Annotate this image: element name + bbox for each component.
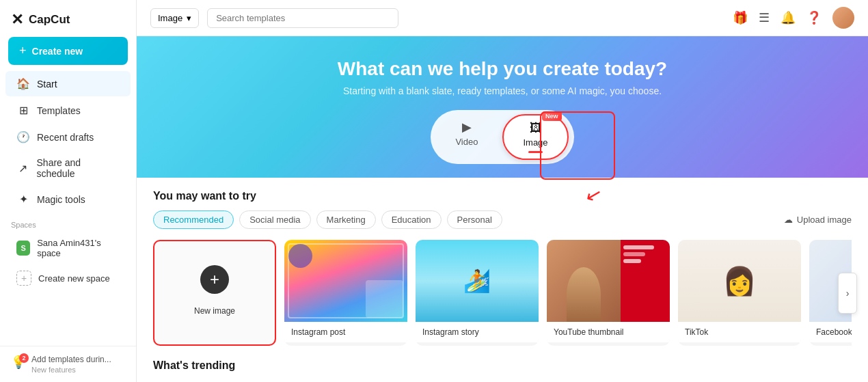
image-tab-icon: 🖼: [530, 121, 542, 135]
magic-icon: ✦: [16, 193, 30, 206]
notification-text: Add templates durin...: [31, 355, 111, 366]
video-tab-icon: ▶: [462, 120, 472, 135]
video-tab-label: Video: [455, 137, 478, 147]
logo-text: CapCut: [29, 13, 70, 27]
upload-label: Upload image: [797, 215, 852, 225]
sidebar-item-drafts-label: Recent drafts: [37, 132, 94, 143]
instagram-story-thumbnail: [416, 240, 539, 322]
trending-title: What's trending: [153, 359, 852, 372]
space-avatar-sana: S: [16, 241, 30, 256]
filter-social-media[interactable]: Social media: [239, 210, 310, 229]
new-image-plus-icon: +: [200, 265, 229, 294]
create-space-label: Create new space: [38, 273, 110, 284]
sidebar-item-magic-tools[interactable]: ✦ Magic tools: [5, 187, 131, 212]
plus-icon: +: [19, 44, 27, 58]
topbar-icons: 🎁 ☰ 🔔 ❓: [733, 7, 854, 29]
hero-tab-video[interactable]: ▶ Video: [436, 114, 497, 160]
notification-item[interactable]: 💡 2 Add templates durin... New features: [11, 355, 125, 374]
yt-man: [547, 240, 621, 322]
share-icon: ↗: [16, 162, 30, 175]
help-icon[interactable]: ❓: [806, 10, 822, 25]
templates-icon: ⊞: [16, 104, 30, 117]
yt-right: [621, 240, 670, 322]
notification-subtext: New features: [31, 366, 111, 374]
space-sana-label: Sana Amin431's space: [37, 238, 120, 258]
sidebar-item-share-label: Share and schedule: [37, 157, 120, 179]
sidebar-item-magic-label: Magic tools: [37, 194, 85, 205]
upload-image-button[interactable]: ☁ Upload image: [784, 215, 852, 225]
content-area: You may want to try Recommended Social m…: [137, 178, 868, 382]
sidebar-item-templates[interactable]: ⊞ Templates: [5, 98, 131, 123]
type-dropdown[interactable]: Image ▾: [150, 8, 199, 28]
bell-icon[interactable]: 🔔: [781, 10, 796, 25]
sidebar-item-recent-drafts[interactable]: 🕐 Recent drafts: [5, 124, 131, 150]
template-new-image[interactable]: + New image ↙: [153, 240, 276, 346]
template-tiktok[interactable]: 👩 TikTok: [678, 240, 801, 346]
main-area: Image ▾ 🎁 ☰ 🔔 ❓ What can we help you cre…: [137, 0, 868, 382]
instagram-story-label: Instagram story: [416, 322, 539, 342]
sidebar: ✕ CapCut + Create new 🏠 Start ⊞ Template…: [0, 0, 137, 382]
instagram-post-label: Instagram post: [284, 322, 407, 342]
instagram-post-thumbnail: [284, 240, 407, 322]
filter-recommended[interactable]: Recommended: [153, 210, 234, 229]
sidebar-item-templates-label: Templates: [37, 105, 81, 116]
filter-marketing[interactable]: Marketing: [316, 210, 376, 229]
image-tab-label: Image: [523, 137, 547, 148]
templates-grid: + New image ↙ Instagram post Insta: [153, 240, 852, 346]
templates-wrapper: + New image ↙ Instagram post Insta: [153, 240, 852, 346]
filter-education[interactable]: Education: [381, 210, 442, 229]
sidebar-bottom: 💡 2 Add templates durin... New features: [0, 346, 136, 382]
create-new-label: Create new: [32, 46, 83, 57]
hero-tabs: ▶ Video New 🖼 Image: [431, 110, 573, 164]
hero-subtitle: Starting with a blank slate, ready templ…: [343, 85, 662, 96]
try-section-title: You may want to try: [153, 190, 852, 202]
carousel-next-button[interactable]: ›: [838, 273, 857, 314]
sidebar-create-space[interactable]: + Create new space: [5, 265, 131, 291]
gift-icon[interactable]: 🎁: [733, 10, 748, 25]
template-youtube[interactable]: YouTube thumbnail: [547, 240, 670, 346]
clock-icon: 🕐: [16, 131, 30, 144]
sidebar-item-start-label: Start: [37, 79, 57, 90]
sidebar-item-start[interactable]: 🏠 Start: [5, 71, 131, 96]
sidebar-space-sana[interactable]: S Sana Amin431's space: [5, 232, 131, 264]
youtube-thumbnail-img: [547, 240, 670, 322]
menu-icon[interactable]: ☰: [759, 10, 770, 25]
facebook-label: Facebook: [809, 322, 852, 342]
sidebar-item-share-schedule[interactable]: ↗ Share and schedule: [5, 151, 131, 185]
template-instagram-story[interactable]: Instagram story: [416, 240, 539, 346]
dropdown-label: Image: [158, 13, 182, 23]
filter-personal[interactable]: Personal: [447, 210, 502, 229]
logo: ✕ CapCut: [0, 0, 136, 37]
chevron-down-icon: ▾: [187, 13, 191, 23]
template-instagram-post[interactable]: Instagram post: [284, 240, 407, 346]
hero-tab-image[interactable]: New 🖼 Image: [502, 114, 568, 160]
spaces-section-title: Spaces: [0, 213, 136, 232]
tiktok-girl-icon: 👩: [722, 265, 757, 297]
home-icon: 🏠: [16, 77, 30, 90]
youtube-label: YouTube thumbnail: [547, 322, 670, 342]
new-image-label: New image: [187, 301, 242, 321]
filter-row: Recommended Social media Marketing Educa…: [153, 210, 852, 229]
new-badge: New: [542, 111, 562, 121]
create-new-button[interactable]: + Create new: [8, 37, 128, 65]
tiktok-label: TikTok: [678, 322, 801, 342]
capcut-logo-icon: ✕: [11, 11, 23, 29]
user-avatar[interactable]: [832, 7, 854, 29]
tiktok-thumbnail: 👩: [678, 240, 801, 322]
topbar: Image ▾ 🎁 ☰ 🔔 ❓: [137, 0, 868, 36]
tab-underline: [528, 151, 543, 153]
notification-badge: 2: [19, 353, 29, 363]
hero-title: What can we help you create today?: [338, 58, 667, 80]
upload-icon: ☁: [784, 215, 793, 225]
search-input[interactable]: [207, 8, 398, 28]
create-space-icon: +: [16, 271, 31, 286]
hero-banner: What can we help you create today? Start…: [137, 36, 868, 178]
